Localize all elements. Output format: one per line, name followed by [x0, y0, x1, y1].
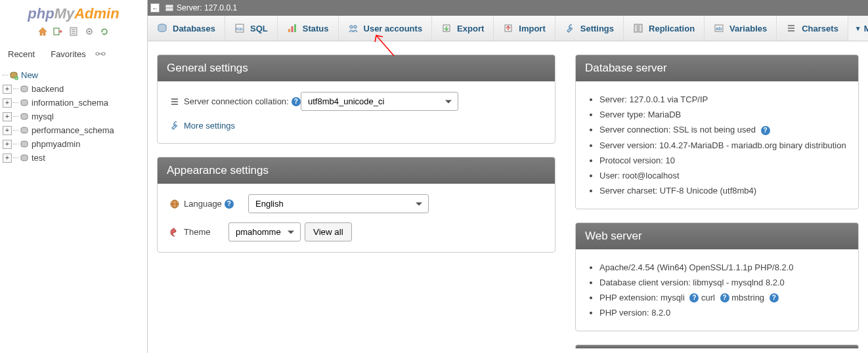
tab-export[interactable]: Export	[432, 16, 494, 41]
new-db-icon: +	[9, 71, 18, 80]
dbserver-item: User: root@localhost	[599, 168, 846, 183]
tab-label: Settings	[580, 24, 614, 33]
databases-icon	[157, 23, 167, 33]
webserver-item: Database client version: libmysql - mysq…	[599, 275, 846, 290]
theme-icon	[169, 227, 180, 238]
more-settings-label: More settings	[184, 121, 235, 131]
help-icon[interactable]: ?	[225, 199, 234, 209]
tab-recent[interactable]: Recent	[1, 47, 41, 62]
tab-sql[interactable]: SQLSQL	[225, 16, 278, 41]
help-icon[interactable]: ?	[689, 293, 699, 302]
help-icon[interactable]: ?	[292, 97, 301, 106]
theme-select[interactable]: pmahomme	[228, 222, 301, 241]
db-tree-item[interactable]: +test	[3, 151, 144, 165]
expand-icon[interactable]: +	[3, 140, 12, 149]
home-icon[interactable]	[37, 26, 48, 37]
svg-marker-0	[39, 28, 47, 35]
language-label: Language	[184, 199, 222, 209]
more-settings-link[interactable]: More settings	[169, 120, 235, 131]
svg-rect-26	[288, 29, 290, 32]
logout-icon[interactable]	[53, 26, 63, 37]
expand-icon[interactable]: +	[3, 126, 12, 135]
dbserver-item: Server charset: UTF-8 Unicode (utf8mb4)	[599, 183, 846, 198]
web-server-panel: Web server Apache/2.4.54 (Win64) OpenSSL…	[575, 222, 859, 332]
new-label: New	[21, 70, 38, 80]
dbserver-item: Protocol version: 10	[599, 153, 846, 168]
gear-icon[interactable]	[84, 26, 95, 37]
sidebar-tabs: Recent Favorites	[0, 44, 147, 64]
collation-icon	[169, 96, 180, 107]
tab-charsets[interactable]: Charsets	[777, 16, 848, 41]
db-tree-item[interactable]: +phpmyadmin	[3, 137, 144, 151]
more-tab[interactable]: ▼ More	[848, 16, 868, 41]
help-icon[interactable]: ?	[770, 293, 779, 302]
link-icon[interactable]	[95, 51, 106, 62]
help-icon[interactable]: ?	[720, 293, 729, 302]
appearance-settings-panel: Appearance settings Language ? English	[157, 157, 555, 253]
dbserver-item: Server version: 10.4.27-MariaDB - mariad…	[599, 138, 846, 153]
variables-icon: ab	[714, 23, 724, 33]
db-tree-item[interactable]: +mysql	[3, 110, 144, 123]
tab-variables[interactable]: abVariables	[705, 16, 777, 41]
tab-import[interactable]: Import	[494, 16, 555, 41]
database-server-panel: Database server Server: 127.0.0.1 via TC…	[575, 54, 859, 209]
server-label[interactable]: Server: 127.0.0.1	[177, 3, 237, 12]
tab-label: Export	[457, 24, 484, 33]
expand-icon[interactable]: +	[3, 85, 12, 94]
tab-users[interactable]: User accounts	[339, 16, 433, 41]
tab-label: Import	[519, 24, 545, 33]
tab-status[interactable]: Status	[278, 16, 339, 41]
reload-icon[interactable]	[99, 26, 110, 37]
db-tree-item[interactable]: +information_schema	[3, 96, 144, 110]
users-icon	[348, 23, 358, 33]
tab-label: Databases	[173, 24, 215, 33]
webserver-item: PHP extension: mysqli ? curl ? mbstring …	[599, 290, 846, 306]
database-icon	[20, 85, 29, 94]
new-database-link[interactable]: + New	[3, 68, 144, 82]
server-icon	[165, 3, 174, 12]
tab-label: Replication	[649, 24, 695, 33]
charsets-icon	[786, 23, 796, 33]
import-icon	[503, 23, 513, 33]
language-icon	[169, 199, 180, 209]
svg-text:+: +	[16, 76, 18, 80]
svg-rect-22	[166, 9, 173, 10]
help-icon[interactable]: ?	[761, 126, 770, 135]
logo-php: php	[28, 5, 54, 22]
db-name: performance_schema	[32, 125, 114, 135]
expand-icon[interactable]: +	[3, 98, 12, 108]
collation-select[interactable]: utf8mb4_unicode_ci	[301, 92, 458, 111]
tab-databases[interactable]: Databases	[148, 16, 225, 41]
svg-rect-27	[291, 26, 293, 32]
db-tree-item[interactable]: +performance_schema	[3, 123, 144, 137]
collapse-sidebar-icon[interactable]: ←	[150, 3, 160, 12]
db-name: backend	[32, 84, 64, 94]
svg-point-30	[353, 26, 357, 29]
logo-my: My	[54, 5, 75, 22]
expand-icon[interactable]: +	[3, 154, 12, 163]
expand-icon[interactable]: +	[3, 112, 12, 121]
database-icon	[20, 154, 29, 163]
language-select[interactable]: English	[248, 194, 429, 213]
database-icon	[20, 140, 29, 149]
docs-icon[interactable]	[68, 26, 79, 37]
theme-label: Theme	[184, 227, 210, 237]
svg-rect-28	[294, 24, 296, 32]
db-name: mysql	[32, 112, 54, 121]
tab-label: Variables	[729, 24, 767, 33]
wrench-icon	[169, 120, 180, 131]
db-tree-item[interactable]: +backend	[3, 82, 144, 96]
tab-label: Status	[303, 24, 329, 33]
tab-favorites[interactable]: Favorites	[44, 47, 92, 62]
tab-settings[interactable]: Settings	[555, 16, 624, 41]
view-all-themes-button[interactable]: View all	[305, 222, 352, 241]
settings-icon	[565, 23, 575, 33]
sidebar: phpMyAdmin Recent Favorites + New +backe…	[0, 0, 148, 353]
web-server-title: Web server	[576, 223, 858, 249]
dbserver-item: Server: 127.0.0.1 via TCP/IP	[599, 92, 846, 107]
svg-text:ab: ab	[716, 26, 722, 31]
tab-replication[interactable]: Replication	[624, 16, 705, 41]
database-icon	[20, 112, 29, 121]
general-settings-panel: General settings Server connection colla…	[157, 54, 555, 144]
logo[interactable]: phpMyAdmin	[0, 0, 147, 25]
